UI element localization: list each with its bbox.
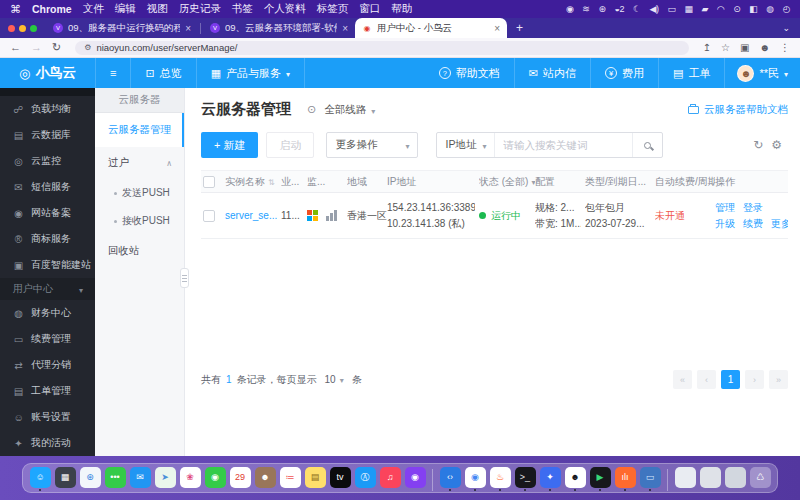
dock-notes[interactable]: ▤ — [304, 467, 326, 492]
upgrade-link[interactable]: 升级 — [715, 217, 735, 230]
sidebar-ticket-management[interactable]: ▤ 工单管理 — [0, 378, 95, 404]
dock-app-store[interactable]: Ⓐ — [354, 467, 376, 492]
row-checkbox[interactable] — [203, 210, 215, 222]
nav-products[interactable]: ▦ 产品与服务 — [197, 58, 305, 88]
prev-page-button[interactable]: ‹ — [697, 370, 716, 389]
compass-icon[interactable]: ⊛ — [598, 4, 605, 14]
browser-tab-active[interactable]: ◉ 用户中心 - 小鸟云 × — [355, 18, 507, 38]
select-all-checkbox[interactable] — [203, 176, 215, 188]
dock-reminders[interactable]: ≔ — [279, 467, 301, 492]
tab-search-chevron-icon[interactable]: ⌄ — [782, 23, 790, 33]
menubar-item[interactable]: 历史记录 — [179, 2, 221, 16]
dock-chrome[interactable]: ◉ — [464, 467, 486, 492]
apple-menu-icon[interactable]: ⌘ — [10, 3, 21, 16]
browser-tab-1[interactable]: V 09、服务器中运行换码的程序-… × — [46, 18, 198, 38]
search-input[interactable] — [494, 133, 632, 157]
dock-window-thumb[interactable] — [724, 467, 746, 492]
sidebar-cloud-monitor[interactable]: ◎ 云监控 — [0, 148, 95, 174]
menubar-item[interactable]: 视图 — [147, 2, 168, 16]
monitor-chart-icon[interactable] — [326, 210, 337, 221]
search-type-select[interactable]: IP地址 — [437, 133, 494, 157]
forward-button[interactable]: → — [31, 42, 42, 53]
create-button[interactable]: + 新建 — [201, 132, 258, 158]
menubar-item[interactable]: 个人资料 — [264, 2, 306, 16]
dock-podcasts[interactable]: ◉ — [404, 467, 426, 492]
user-menu[interactable]: ☻ **民 — [725, 58, 800, 88]
menubar-item[interactable]: 文件 — [83, 2, 104, 16]
sidebar-section-user-center[interactable]: 用户中心 — [0, 278, 95, 300]
sidebar-trademark-service[interactable]: ® 商标服务 — [0, 226, 95, 252]
share-icon[interactable]: ↥ — [703, 42, 711, 53]
browser-menu-icon[interactable]: ⋮ — [780, 42, 790, 53]
sidebar-my-activities[interactable]: ✦ 我的活动 — [0, 430, 95, 456]
subnav-receive-push[interactable]: 接收PUSH — [95, 207, 184, 235]
sidebar-finance-center[interactable]: ◍ 财务中心 — [0, 300, 95, 326]
menubar-item[interactable]: 标签页 — [317, 2, 349, 16]
more-link[interactable]: 更多 — [771, 217, 788, 230]
dock-facetime[interactable]: ◉ — [204, 467, 226, 492]
browser-tab-2[interactable]: V 09、云服务器环境部署-软件成… × — [203, 18, 355, 38]
tab2-close-icon[interactable]: × — [342, 23, 348, 34]
spotlight-search-icon[interactable]: ⊙ — [733, 4, 740, 14]
keyboard-icon[interactable]: ▦ — [684, 4, 692, 14]
nav-overview[interactable]: ⊡ 总览 — [131, 58, 196, 88]
sort-icon[interactable] — [268, 176, 275, 187]
server-help-doc-link[interactable]: 云服务器帮助文档 — [688, 103, 788, 117]
refresh-icon[interactable]: ↻ — [753, 138, 763, 152]
menubar-item[interactable]: 窗口 — [359, 2, 380, 16]
tab1-close-icon[interactable]: × — [185, 23, 191, 34]
sidebar-cloud-database[interactable]: ▤ 云数据库 — [0, 122, 95, 148]
back-button[interactable]: ← — [10, 42, 21, 53]
browser-profile-icon[interactable]: ☻ — [759, 42, 770, 53]
dock-trash[interactable]: ♺ — [749, 467, 771, 492]
dock-stats-app[interactable]: ılı — [614, 467, 636, 492]
tab3-close-icon[interactable]: × — [494, 23, 500, 34]
bookmark-star-icon[interactable]: ☆ — [721, 42, 730, 53]
instance-name-link[interactable]: server_se... — [225, 210, 277, 221]
window-zoom-button[interactable] — [30, 25, 37, 32]
battery-icon[interactable]: ▰ — [701, 4, 707, 14]
menubar-item[interactable]: 编辑 — [115, 2, 136, 16]
menubar-item[interactable]: 帮助 — [391, 2, 412, 16]
dock-photos[interactable]: ❀ — [179, 467, 201, 492]
sidebar-renewal-management[interactable]: ▭ 续费管理 — [0, 326, 95, 352]
dock-finder[interactable]: ☺ — [29, 467, 51, 492]
dock-messages[interactable]: ••• — [104, 467, 126, 492]
dock-contacts[interactable]: ☻ — [254, 467, 276, 492]
dock-vscode[interactable]: ‹› — [439, 467, 461, 492]
collapse-menu-button[interactable]: ≡ — [96, 58, 131, 88]
dock-todesk[interactable]: ✦ — [539, 467, 561, 492]
volume-icon[interactable]: ◀) — [649, 4, 658, 14]
brand-logo[interactable]: ◎ 小鸟云 — [0, 58, 96, 88]
dock-calendar[interactable]: 29 — [229, 467, 251, 492]
last-page-button[interactable]: » — [769, 370, 788, 389]
nav-ticket[interactable]: ▤ 工单 — [659, 58, 725, 88]
page-1-button[interactable]: 1 — [721, 370, 740, 389]
dock-maps[interactable]: ➤ — [154, 467, 176, 492]
site-settings-icon[interactable]: ⚙ — [84, 43, 91, 52]
manage-link[interactable]: 管理 — [715, 201, 735, 214]
window-minimize-button[interactable] — [19, 25, 26, 32]
column-settings-icon[interactable]: ⚙ — [771, 138, 782, 152]
dnd-moon-icon[interactable]: ☾ — [633, 4, 641, 14]
next-page-button[interactable]: › — [745, 370, 764, 389]
sidebar-account-settings[interactable]: ☺ 账号设置 — [0, 404, 95, 430]
split-view-icon[interactable]: ▣ — [740, 42, 749, 53]
user-orb-icon[interactable]: ◍ — [766, 4, 773, 14]
dock-safari[interactable]: ⊛ — [79, 467, 101, 492]
dock-terminal[interactable]: >_ — [514, 467, 536, 492]
control-center-icon[interactable]: ◧ — [749, 4, 757, 14]
search-button[interactable] — [632, 133, 662, 157]
dock-window-thumb[interactable] — [699, 467, 721, 492]
menubar-app-name[interactable]: Chrome — [32, 3, 72, 15]
nav-billing[interactable]: ¥ 费用 — [591, 58, 659, 88]
sidebar-website-filing[interactable]: ◉ 网站备案 — [0, 200, 95, 226]
nav-inbox[interactable]: ✉ 站内信 — [515, 58, 591, 88]
sidebar-load-balancer[interactable]: ☍ 负载均衡 — [0, 96, 95, 122]
sidebar-agent-distribution[interactable]: ⇄ 代理分销 — [0, 352, 95, 378]
dock-apple-tv[interactable]: tv — [329, 467, 351, 492]
dock-display-app[interactable]: ▭ — [639, 467, 661, 492]
dock-remote-desktop-app[interactable]: ♨ — [489, 467, 511, 492]
audio-levels-icon[interactable]: ≋ — [582, 4, 589, 14]
subnav-transfer-group[interactable]: 过户 ∧ — [95, 147, 184, 179]
